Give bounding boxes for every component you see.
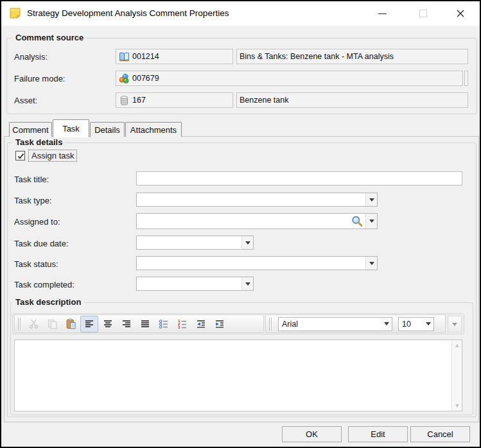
task-title-label: Task title: xyxy=(14,175,49,184)
increase-indent-icon xyxy=(214,319,225,329)
bullet-list-button[interactable] xyxy=(155,316,173,332)
bullet-list-icon xyxy=(159,319,169,329)
analysis-id-field: 001214 xyxy=(116,49,233,64)
task-due-date-label: Task due date: xyxy=(14,239,69,248)
task-completed-label: Task completed: xyxy=(14,280,74,289)
task-due-date-dropdown-button[interactable] xyxy=(241,236,253,249)
task-type-dropdown-button[interactable] xyxy=(365,193,377,206)
task-status-label: Task status: xyxy=(14,259,58,269)
align-left-icon xyxy=(84,319,94,329)
font-size-value: 10 xyxy=(399,318,423,331)
assigned-to-combo[interactable] xyxy=(136,213,378,229)
checkmark-icon xyxy=(17,152,25,160)
numbered-list-button[interactable]: 1 2 3 xyxy=(173,316,191,332)
failure-mode-id-value: 007679 xyxy=(132,74,159,83)
task-details-group-label: Task details xyxy=(12,137,66,147)
chevron-down-icon xyxy=(384,322,389,325)
assign-task-checkbox[interactable] xyxy=(15,151,25,160)
task-status-combo[interactable] xyxy=(136,256,378,270)
task-description-editor[interactable]: ▲ ▼ xyxy=(14,340,462,411)
font-size-dropdown-button[interactable] xyxy=(423,318,433,331)
copy-button xyxy=(43,316,61,332)
scroll-down-icon[interactable]: ▼ xyxy=(452,401,462,411)
toolbar-overflow-button[interactable] xyxy=(448,316,462,332)
justify-icon xyxy=(140,319,150,329)
task-type-combo[interactable] xyxy=(136,193,378,207)
chevron-down-icon xyxy=(369,220,374,223)
task-title-input[interactable] xyxy=(136,171,462,185)
decrease-indent-button[interactable] xyxy=(192,316,210,332)
paste-button[interactable] xyxy=(62,316,80,332)
maximize-icon xyxy=(419,10,427,17)
decrease-indent-icon xyxy=(196,319,206,329)
editor-scrollbar[interactable]: ▲ ▼ xyxy=(451,340,462,411)
chevron-down-icon xyxy=(426,322,431,325)
justify-button[interactable] xyxy=(136,316,154,332)
task-due-date-combo[interactable] xyxy=(136,236,254,250)
failure-mode-id-field: 007679 xyxy=(116,71,463,86)
asset-label: Asset: xyxy=(14,96,37,106)
task-description-group-label: Task description xyxy=(12,297,84,307)
assigned-to-label: Assigned to: xyxy=(14,217,60,227)
asset-id-value: 167 xyxy=(132,96,146,105)
scroll-up-icon[interactable]: ▲ xyxy=(452,340,462,350)
chevron-down-icon xyxy=(245,282,250,286)
asset-description-value: Benzene tank xyxy=(240,96,288,105)
svg-text:3: 3 xyxy=(178,325,180,329)
search-icon[interactable] xyxy=(351,215,363,228)
task-type-label: Task type: xyxy=(14,196,52,205)
cancel-button[interactable]: Cancel xyxy=(410,426,470,442)
analysis-book-icon xyxy=(119,51,130,62)
assigned-to-dropdown-button[interactable] xyxy=(365,214,377,228)
copy-icon xyxy=(47,318,58,329)
toolbar-grip-icon[interactable] xyxy=(268,318,273,331)
font-name-combo[interactable]: Arial xyxy=(278,317,392,331)
increase-indent-button[interactable] xyxy=(211,316,229,332)
task-completed-combo[interactable] xyxy=(136,277,254,291)
assign-task-label[interactable]: Assign task xyxy=(28,150,77,162)
numbered-list-icon: 1 2 3 xyxy=(177,319,188,329)
align-left-button[interactable] xyxy=(80,316,98,332)
failure-mode-label: Failure mode: xyxy=(14,74,65,84)
font-name-value: Arial xyxy=(279,318,381,331)
cut-icon xyxy=(28,318,39,329)
font-name-dropdown-button[interactable] xyxy=(381,318,392,331)
minimize-button[interactable] xyxy=(371,4,393,23)
failure-mode-description-field xyxy=(464,71,468,86)
chevron-down-icon xyxy=(369,198,374,202)
font-size-combo[interactable]: 10 xyxy=(398,317,434,331)
font-panel: Arial 10 xyxy=(265,314,446,333)
edit-button[interactable]: Edit xyxy=(348,426,408,442)
paste-icon xyxy=(66,318,76,329)
maximize-button xyxy=(412,4,434,23)
tab-task[interactable]: Task xyxy=(53,119,89,137)
cut-button xyxy=(24,316,42,332)
asset-description-field: Benzene tank xyxy=(236,92,468,108)
analysis-label: Analysis: xyxy=(14,52,48,62)
minimize-icon xyxy=(378,13,387,14)
chevron-down-icon xyxy=(452,323,457,326)
align-center-icon xyxy=(103,319,113,329)
window-title: Strategy Development Analysis Comment Pr… xyxy=(27,8,229,18)
close-button[interactable] xyxy=(450,4,471,23)
ok-button[interactable]: OK xyxy=(282,426,342,442)
task-completed-dropdown-button[interactable] xyxy=(241,277,253,290)
asset-id-field: 167 xyxy=(116,92,233,108)
align-right-button[interactable] xyxy=(118,316,136,332)
analysis-description-field: Bins & Tanks: Benzene tank - MTA analysi… xyxy=(236,49,468,64)
align-center-button[interactable] xyxy=(99,316,117,332)
close-icon xyxy=(456,9,465,18)
tab-details[interactable]: Details xyxy=(90,122,125,137)
tab-attachments[interactable]: Attachments xyxy=(125,122,182,137)
analysis-id-value: 001214 xyxy=(132,52,159,61)
analysis-description-value: Bins & Tanks: Benzene tank - MTA analysi… xyxy=(240,52,394,61)
titlebar: Strategy Development Analysis Comment Pr… xyxy=(1,1,480,26)
format-buttons-panel: 1 2 3 xyxy=(14,314,264,333)
chevron-down-icon xyxy=(245,241,250,245)
chevron-down-icon xyxy=(369,262,374,265)
toolbar-grip-icon[interactable] xyxy=(17,318,22,331)
formatting-toolbar: 1 2 3 Arial xyxy=(12,313,464,334)
comment-source-group-label: Comment source xyxy=(12,33,87,42)
tab-comment[interactable]: Comment xyxy=(9,122,52,137)
task-status-dropdown-button[interactable] xyxy=(365,257,377,270)
